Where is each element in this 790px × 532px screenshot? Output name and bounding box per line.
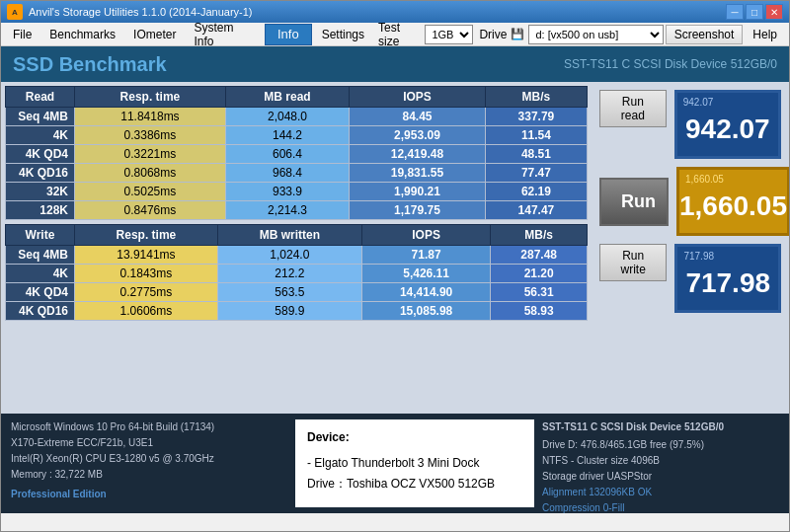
info-button[interactable]: Info bbox=[265, 24, 312, 45]
benchmark-title: SSD Benchmark bbox=[13, 53, 167, 76]
write-table: Write Resp. time MB written IOPS MB/s Se… bbox=[5, 224, 588, 321]
write-col-mbs: MB/s bbox=[491, 225, 588, 246]
read-table: Read Resp. time MB read IOPS MB/s Seq 4M… bbox=[5, 86, 588, 220]
mb-4kqd4-write: 563.5 bbox=[217, 283, 361, 302]
write-row-4kqd4: 4K QD4 0.2775ms 563.5 14,414.90 56.31 bbox=[6, 283, 588, 302]
bottom-right: SST-TS11 C SCSI Disk Device 512GB/0 Driv… bbox=[542, 419, 779, 507]
read-row-seq4mb: Seq 4MB 11.8418ms 2,048.0 84.45 337.79 bbox=[6, 108, 588, 126]
label-4kqd4-write: 4K QD4 bbox=[6, 283, 75, 302]
mb-4k-write: 212.2 bbox=[217, 265, 361, 283]
read-header-row: Read Resp. time MB read IOPS MB/s bbox=[6, 87, 588, 108]
mb-4k-read: 144.2 bbox=[225, 126, 349, 145]
bottom-area: Microsoft Windows 10 Pro 64-bit Build (1… bbox=[1, 414, 789, 513]
mb-128k-read: 2,214.3 bbox=[225, 201, 349, 220]
read-row-32k: 32K 0.5025ms 933.9 1,990.21 62.19 bbox=[6, 183, 588, 201]
drive-select[interactable]: d: [vx500 on usb] bbox=[528, 25, 663, 44]
resp-seq4mb-read: 11.8418ms bbox=[75, 108, 226, 126]
professional-edition: Professional Edition bbox=[11, 487, 287, 502]
iops-seq4mb-write: 71.87 bbox=[361, 246, 490, 265]
app-icon: A bbox=[7, 4, 23, 20]
benchmark-header: SSD Benchmark SST-TS11 C SCSI Disk Devic… bbox=[1, 46, 789, 82]
mb-4kqd4-read: 606.4 bbox=[225, 145, 349, 164]
resp-seq4mb-write: 13.9141ms bbox=[75, 246, 218, 265]
iops-128k-read: 1,179.75 bbox=[350, 201, 486, 220]
bottom-left: Microsoft Windows 10 Pro 64-bit Build (1… bbox=[11, 419, 287, 507]
run-button[interactable]: Run bbox=[599, 178, 669, 226]
right-device-title: SST-TS11 C SCSI Disk Device 512GB/0 bbox=[542, 419, 779, 435]
iops-4k-write: 5,426.11 bbox=[361, 265, 490, 283]
tables-area: Read Resp. time MB read IOPS MB/s Seq 4M… bbox=[1, 82, 592, 414]
iops-4kqd4-read: 12,419.48 bbox=[350, 145, 486, 164]
read-col-iops: IOPS bbox=[350, 87, 486, 108]
screenshot-button[interactable]: Screenshot bbox=[666, 25, 744, 44]
label-4kqd4-read: 4K QD4 bbox=[6, 145, 75, 164]
mb-seq4mb-read: 2,048.0 bbox=[225, 108, 349, 126]
label-128k-read: 128K bbox=[6, 201, 75, 220]
mbs-seq4mb-write: 287.48 bbox=[491, 246, 588, 265]
total-score-small-label: 1,660.05 bbox=[685, 174, 724, 185]
write-row-4k: 4K 0.1843ms 212.2 5,426.11 21.20 bbox=[6, 265, 588, 283]
mbs-seq4mb-read: 337.79 bbox=[485, 108, 587, 126]
mbs-4kqd4-read: 48.51 bbox=[485, 145, 587, 164]
read-row-4kqd4: 4K QD4 0.3221ms 606.4 12,419.48 48.51 bbox=[6, 145, 588, 164]
label-4k-read: 4K bbox=[6, 126, 75, 145]
write-row-4kqd16: 4K QD16 1.0606ms 589.9 15,085.98 58.93 bbox=[6, 302, 588, 321]
close-button[interactable]: ✕ bbox=[765, 4, 783, 20]
resp-4kqd4-write: 0.2775ms bbox=[75, 283, 218, 302]
write-col-label: Write bbox=[6, 225, 75, 246]
read-col-mb: MB read bbox=[225, 87, 349, 108]
read-row-4k: 4K 0.3386ms 144.2 2,953.09 11.54 bbox=[6, 126, 588, 145]
run-read-row: Run read 942.07 942.07 bbox=[599, 90, 781, 159]
iops-4k-read: 2,953.09 bbox=[350, 126, 486, 145]
read-row-4kqd16: 4K QD16 0.8068ms 968.4 19,831.55 77.47 bbox=[6, 164, 588, 183]
mb-4kqd16-write: 589.9 bbox=[217, 302, 361, 321]
read-row-128k: 128K 0.8476ms 2,214.3 1,179.75 147.47 bbox=[6, 201, 588, 220]
write-col-resp: Resp. time bbox=[75, 225, 218, 246]
main-content: Read Resp. time MB read IOPS MB/s Seq 4M… bbox=[1, 82, 789, 414]
sys-info-text: Microsoft Windows 10 Pro 64-bit Build (1… bbox=[11, 419, 287, 483]
resp-4kqd16-read: 0.8068ms bbox=[75, 164, 226, 183]
menu-iometer[interactable]: IOmeter bbox=[125, 26, 184, 43]
menu-benchmarks[interactable]: Benchmarks bbox=[41, 26, 123, 43]
resp-32k-read: 0.5025ms bbox=[75, 183, 226, 201]
write-col-iops: IOPS bbox=[361, 225, 490, 246]
label-4k-write: 4K bbox=[6, 265, 75, 283]
run-write-button[interactable]: Run write bbox=[599, 244, 667, 281]
menu-file[interactable]: File bbox=[5, 26, 40, 43]
read-score-box: 942.07 942.07 bbox=[674, 90, 781, 159]
run-total-row: Run 1,660.05 1,660.05 bbox=[599, 167, 781, 236]
label-seq4mb-write: Seq 4MB bbox=[6, 246, 75, 265]
label-32k-read: 32K bbox=[6, 183, 75, 201]
run-write-row: Run write 717.98 717.98 bbox=[599, 244, 781, 313]
fs-info: NTFS - Cluster size 4096B bbox=[542, 453, 779, 469]
iops-4kqd16-write: 15,085.98 bbox=[361, 302, 490, 321]
right-panel: Run read 942.07 942.07 Run 1,660.05 1,66… bbox=[592, 82, 789, 414]
run-read-button[interactable]: Run read bbox=[599, 90, 667, 127]
test-size-label: Test size bbox=[378, 21, 423, 48]
maximize-button[interactable]: □ bbox=[746, 4, 763, 20]
write-header-row: Write Resp. time MB written IOPS MB/s bbox=[6, 225, 588, 246]
menu-system-info[interactable]: System Info bbox=[186, 19, 263, 50]
menu-help[interactable]: Help bbox=[745, 26, 785, 43]
write-score-value: 717.98 bbox=[685, 267, 770, 299]
menu-settings[interactable]: Settings bbox=[314, 26, 372, 43]
resp-4k-write: 0.1843ms bbox=[75, 265, 218, 283]
drive-line: Drive：Toshiba OCZ VX500 512GB bbox=[307, 474, 522, 495]
resp-4k-read: 0.3386ms bbox=[75, 126, 226, 145]
read-col-resp: Resp. time bbox=[75, 87, 226, 108]
test-size-select[interactable]: 1GB bbox=[425, 25, 473, 44]
iops-seq4mb-read: 84.45 bbox=[350, 108, 486, 126]
resp-4kqd16-write: 1.0606ms bbox=[75, 302, 218, 321]
resp-4kqd4-read: 0.3221ms bbox=[75, 145, 226, 164]
write-row-seq4mb: Seq 4MB 13.9141ms 1,024.0 71.87 287.48 bbox=[6, 246, 588, 265]
device-line1: - Elgato Thunderbolt 3 Mini Dock bbox=[307, 453, 522, 475]
compression-link[interactable]: Compression 0-Fill bbox=[542, 502, 624, 513]
read-col-mbs: MB/s bbox=[485, 87, 587, 108]
mb-seq4mb-write: 1,024.0 bbox=[217, 246, 361, 265]
minimize-button[interactable]: ─ bbox=[726, 4, 744, 20]
read-score-small-label: 942.07 bbox=[683, 97, 714, 108]
title-bar-controls: ─ □ ✕ bbox=[726, 4, 783, 20]
total-score-value: 1,660.05 bbox=[679, 190, 787, 222]
storage-driver: Storage driver UASPStor bbox=[542, 469, 779, 485]
total-score-box: 1,660.05 1,660.05 bbox=[676, 167, 790, 236]
